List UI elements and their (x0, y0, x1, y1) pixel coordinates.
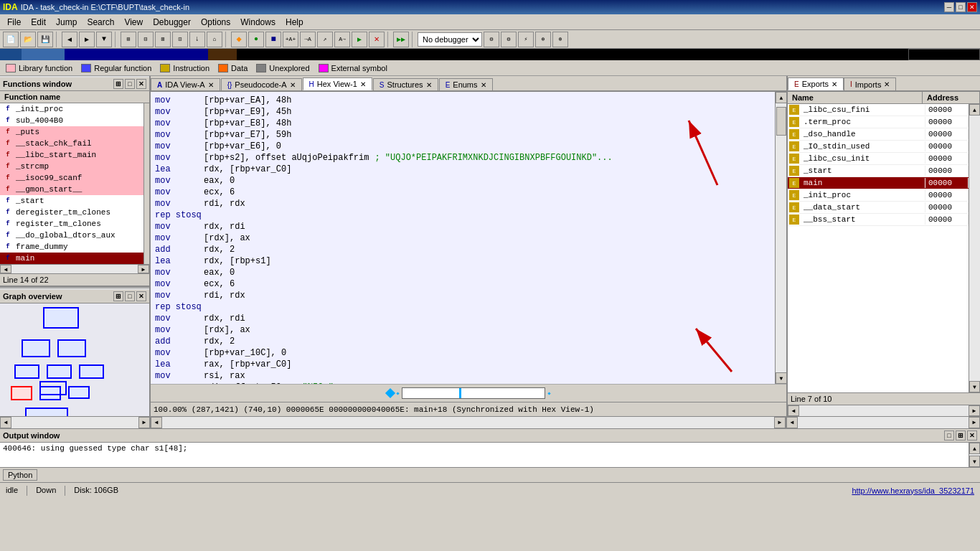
exports-vscroll[interactable]: ▲ ▼ (969, 104, 980, 392)
menu-item-view[interactable]: View (120, 16, 147, 29)
stop-button[interactable]: ■ (265, 32, 281, 47)
output-vscroll[interactable]: ▲ ▼ (969, 443, 980, 467)
code-line[interactable]: leardx, [rbp+s1] (154, 255, 772, 267)
output-maximize-btn[interactable]: ⊞ (956, 430, 966, 441)
func-list[interactable]: f_init_procfsub_4004B0f_putsf__stack_chk… (0, 103, 143, 264)
func-item[interactable]: fregister_tm_clones (0, 218, 143, 230)
tab-imports[interactable]: I Imports ✕ (844, 77, 896, 90)
menu-item-help[interactable]: Help (281, 16, 308, 29)
tab-exports-close[interactable]: ✕ (831, 80, 837, 88)
save-button[interactable]: 💾 (37, 32, 53, 47)
code-line[interactable]: movedi, offset a50s; "%50s" (154, 382, 772, 384)
back-button[interactable]: ◀ (62, 32, 77, 47)
exports-scroll-up[interactable]: ▲ (969, 104, 980, 116)
python-button[interactable]: Python (3, 469, 37, 481)
fw-icon-btn[interactable]: ⊞ (113, 79, 123, 89)
nav-bar-track[interactable] (402, 387, 545, 399)
code-line[interactable]: rep stosq (154, 301, 772, 313)
code-line[interactable]: movrsi, rax (154, 370, 772, 382)
right-hscroll-left[interactable]: ◀ (786, 417, 798, 428)
debug5-button[interactable]: ⊗ (552, 32, 568, 47)
exports-hscroll-right[interactable]: ▶ (969, 405, 980, 416)
code-vscroll-down[interactable]: ▼ (776, 372, 786, 384)
code-line[interactable]: mov[rbp+var_EA], 48h (154, 95, 772, 106)
nav6-button[interactable]: ⌂ (207, 32, 222, 47)
center-hscroll-right[interactable]: ▶ (774, 417, 786, 428)
exports-hscroll-left[interactable]: ◀ (788, 405, 799, 416)
export-row[interactable]: E _init_proc 00000 (788, 189, 969, 202)
center-hscroll-left[interactable]: ◀ (151, 417, 162, 428)
code-line[interactable]: mov[rdx], ax (154, 232, 772, 244)
left-hscroll-right[interactable]: ▶ (138, 417, 150, 428)
maximize-button[interactable]: □ (956, 2, 966, 12)
tab-pseudocode-a-close[interactable]: ✕ (290, 81, 296, 89)
fw-close-btn[interactable]: ✕ (136, 79, 146, 89)
menu-item-options[interactable]: Options (197, 16, 235, 29)
nav4-button[interactable]: ⊡ (172, 32, 188, 47)
nav1-button[interactable]: ⊞ (121, 32, 136, 47)
go-icon-btn[interactable]: ⊞ (113, 291, 123, 301)
output-scroll-up[interactable]: ▲ (969, 443, 980, 454)
tab-exports[interactable]: E Exports ✕ (788, 77, 844, 90)
code-line[interactable]: moveax, 0 (154, 175, 772, 187)
code-line[interactable]: leardx, [rbp+var_C0] (154, 164, 772, 175)
menu-item-search[interactable]: Search (83, 16, 118, 29)
export-row[interactable]: E .term_proc 00000 (788, 116, 969, 128)
output-scroll-down[interactable]: ▼ (969, 456, 980, 467)
code-line[interactable]: mov[rdx], ax (154, 324, 772, 336)
func-item[interactable]: fframe_dummy (0, 241, 143, 253)
func-item[interactable]: fderegister_tm_clones (0, 207, 143, 218)
tab-ida-view-a[interactable]: A IDA View-A ✕ (151, 78, 220, 90)
export-row[interactable]: E __data_start 00000 (788, 202, 969, 214)
nav3-button[interactable]: ⊠ (155, 32, 171, 47)
step3-button[interactable]: ↗ (317, 32, 333, 47)
debug-go-button[interactable]: ⚙ (484, 32, 499, 47)
export-row[interactable]: E _libc_csu_fini 00000 (788, 104, 969, 116)
exports-scroll-down[interactable]: ▼ (969, 381, 980, 392)
debug4-button[interactable]: ⊕ (535, 32, 551, 47)
tab-enums[interactable]: E Enums ✕ (439, 78, 493, 90)
code-line[interactable]: learax, [rbp+var_C0] (154, 359, 772, 370)
func-item[interactable]: f__gmon_start__ (0, 184, 143, 195)
func-item[interactable]: f__isoc99_scanf (0, 172, 143, 184)
output-close-btn[interactable]: ✕ (967, 430, 977, 441)
func-item[interactable]: f_init_proc (0, 103, 143, 115)
tab-enums-close[interactable]: ✕ (481, 81, 486, 89)
code-vscroll-up[interactable]: ▲ (776, 92, 786, 103)
func-list-scrollbar[interactable] (143, 103, 149, 264)
code-vscroll-thumb[interactable] (776, 107, 786, 136)
step1-button[interactable]: +A+ (283, 32, 298, 47)
code-line[interactable]: mov[rbp+var_10C], 0 (154, 347, 772, 359)
menu-item-jump[interactable]: Jump (52, 16, 81, 29)
exports-scroll-track[interactable] (969, 116, 980, 381)
code-line[interactable]: mov[rbp+var_E9], 45h (154, 106, 772, 118)
code-vscroll[interactable]: ▲ ▼ (775, 92, 786, 384)
nav5-button[interactable]: ↓ (189, 32, 205, 47)
go-restore-btn[interactable]: □ (125, 291, 135, 301)
left-hscroll-left[interactable]: ◀ (0, 417, 11, 428)
code-line[interactable]: movecx, 6 (154, 278, 772, 290)
export-row[interactable]: E main 00000 (788, 177, 969, 189)
code-line[interactable]: movrdi, rdx (154, 290, 772, 301)
code-line[interactable]: moveax, 0 (154, 267, 772, 278)
tab-hex-view-1[interactable]: H Hex View-1 ✕ (303, 77, 372, 90)
code-line[interactable]: movrdi, rdx (154, 198, 772, 209)
close-button[interactable]: ✕ (967, 2, 977, 12)
code-line[interactable]: mov[rbp+var_E6], 0 (154, 141, 772, 152)
step2-button[interactable]: →A (300, 32, 316, 47)
fw-restore-btn[interactable]: □ (125, 79, 135, 89)
code-line[interactable]: movrdx, rdi (154, 221, 772, 232)
step-over-button[interactable]: ▶▶ (393, 32, 409, 47)
right-hscroll-right[interactable]: ▶ (969, 417, 980, 428)
code-line[interactable]: rep stosq (154, 209, 772, 221)
minimize-button[interactable]: ─ (944, 2, 954, 12)
code-view[interactable]: mov[rbp+var_EA], 48hmov[rbp+var_E9], 45h… (151, 92, 775, 384)
code-line[interactable]: mov[rbp+s2], offset aUqjoPeipakfrim; "UQ… (154, 152, 772, 164)
code-line[interactable]: movecx, 6 (154, 187, 772, 198)
tab-pseudocode-a[interactable]: {} Pseudocode-A ✕ (221, 78, 302, 90)
menu-item-file[interactable]: File (3, 16, 25, 29)
step4-button[interactable]: A→ (334, 32, 350, 47)
code-line[interactable]: mov[rbp+var_E8], 48h (154, 118, 772, 129)
export-row[interactable]: E _libc_csu_init 00000 (788, 153, 969, 165)
code-line[interactable]: addrdx, 2 (154, 244, 772, 255)
